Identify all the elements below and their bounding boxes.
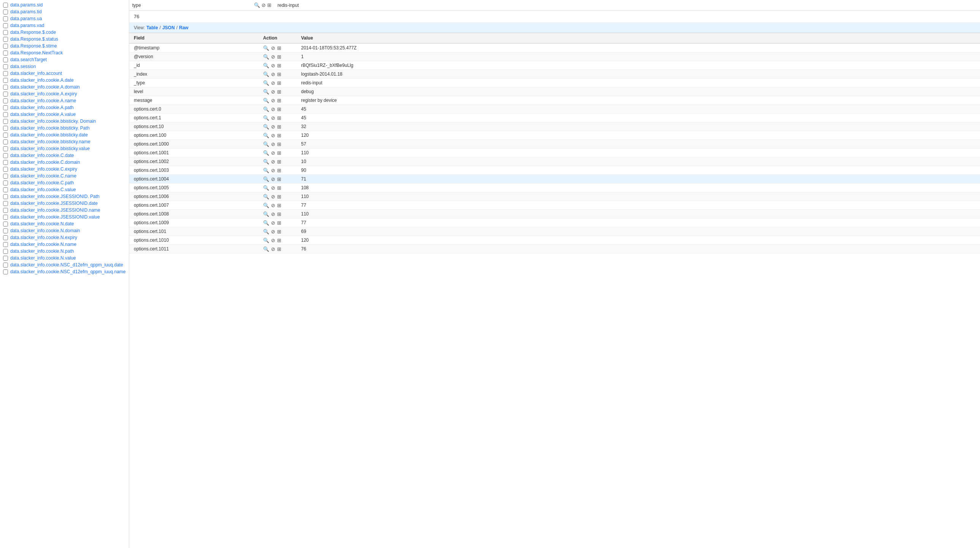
row-block-icon[interactable]: ⊘: [271, 98, 275, 103]
sidebar-item[interactable]: data.slacker_info.cookie.NSC_d12efm_qppm…: [0, 262, 129, 268]
sidebar-checkbox[interactable]: [3, 23, 8, 28]
sidebar-checkbox[interactable]: [3, 167, 8, 172]
sidebar-item[interactable]: data.slacker_info.cookie.A.date: [0, 77, 129, 84]
row-search-icon[interactable]: 🔍: [263, 221, 269, 226]
sidebar-checkbox[interactable]: [3, 92, 8, 97]
sidebar-checkbox[interactable]: [3, 256, 8, 261]
row-block-icon[interactable]: ⊘: [271, 72, 275, 77]
row-search-icon[interactable]: 🔍: [263, 159, 269, 164]
sidebar-item[interactable]: data.slacker_info.cookie.JSESSIONID.date: [0, 200, 129, 207]
sidebar-item[interactable]: data.slacker_info.cookie.C.expiry: [0, 166, 129, 173]
sidebar-item[interactable]: data.slacker_info.cookie.A.expiry: [0, 91, 129, 97]
view-raw-link[interactable]: Raw: [179, 25, 189, 30]
sidebar-item[interactable]: data.slacker_info.cookie.bbisticky.date: [0, 132, 129, 138]
row-search-icon[interactable]: 🔍: [263, 81, 269, 86]
sidebar-checkbox[interactable]: [3, 181, 8, 186]
sidebar-item[interactable]: data.Response.NextTrack: [0, 49, 129, 56]
row-block-icon[interactable]: ⊘: [271, 238, 275, 243]
row-grid-icon[interactable]: ⊞: [277, 159, 281, 164]
row-grid-icon[interactable]: ⊞: [277, 212, 281, 217]
row-search-icon[interactable]: 🔍: [263, 142, 269, 147]
sidebar-checkbox[interactable]: [3, 119, 8, 124]
sidebar-item[interactable]: data.params.sid: [0, 2, 129, 8]
sidebar-checkbox[interactable]: [3, 57, 8, 62]
sidebar-checkbox[interactable]: [3, 242, 8, 247]
row-block-icon[interactable]: ⊘: [271, 159, 275, 164]
sidebar-checkbox[interactable]: [3, 153, 8, 158]
sidebar-item[interactable]: data.slacker_info.cookie.N.date: [0, 221, 129, 227]
row-block-icon[interactable]: ⊘: [271, 247, 275, 252]
sidebar-checkbox[interactable]: [3, 201, 8, 206]
row-grid-icon[interactable]: ⊞: [277, 229, 281, 234]
row-search-icon[interactable]: 🔍: [263, 247, 269, 252]
row-block-icon[interactable]: ⊘: [271, 221, 275, 226]
row-block-icon[interactable]: ⊘: [271, 151, 275, 156]
row-search-icon[interactable]: 🔍: [263, 168, 269, 173]
row-search-icon[interactable]: 🔍: [263, 54, 269, 59]
sidebar-checkbox[interactable]: [3, 51, 8, 56]
sidebar-item[interactable]: data.slacker_info.account: [0, 70, 129, 77]
sidebar-item[interactable]: data.slacker_info.cookie.C.path: [0, 179, 129, 186]
sidebar-item[interactable]: data.slacker_info.cookie.A.value: [0, 111, 129, 118]
row-grid-icon[interactable]: ⊞: [277, 247, 281, 252]
row-search-icon[interactable]: 🔍: [263, 151, 269, 156]
row-block-icon[interactable]: ⊘: [271, 63, 275, 68]
sidebar-item[interactable]: data.slacker_info.cookie.C.value: [0, 186, 129, 193]
sidebar-item[interactable]: data.slacker_info.cookie.bbisticky. Path: [0, 125, 129, 132]
row-block-icon[interactable]: ⊘: [271, 54, 275, 59]
sidebar-item[interactable]: data.slacker_info.cookie.JSESSIONID.valu…: [0, 214, 129, 221]
sidebar-checkbox[interactable]: [3, 98, 8, 103]
sidebar-checkbox[interactable]: [3, 215, 8, 220]
sidebar-item[interactable]: data.params.ua: [0, 15, 129, 22]
row-grid-icon[interactable]: ⊞: [277, 81, 281, 86]
row-search-icon[interactable]: 🔍: [263, 212, 269, 217]
row-grid-icon[interactable]: ⊞: [277, 238, 281, 243]
sidebar-checkbox[interactable]: [3, 235, 8, 240]
row-grid-icon[interactable]: ⊞: [277, 168, 281, 173]
sidebar-checkbox[interactable]: [3, 187, 8, 192]
sidebar-checkbox[interactable]: [3, 146, 8, 151]
sidebar-item[interactable]: data.slacker_info.cookie.bbisticky.value: [0, 145, 129, 152]
sidebar-checkbox[interactable]: [3, 85, 8, 90]
sidebar-item[interactable]: data.slacker_info.cookie.A.path: [0, 104, 129, 111]
row-grid-icon[interactable]: ⊞: [277, 194, 281, 199]
row-block-icon[interactable]: ⊘: [271, 46, 275, 51]
sidebar-item[interactable]: data.Response.$.code: [0, 29, 129, 36]
row-search-icon[interactable]: 🔍: [263, 186, 269, 191]
row-grid-icon[interactable]: ⊞: [277, 142, 281, 147]
row-grid-icon[interactable]: ⊞: [277, 63, 281, 68]
row-grid-icon[interactable]: ⊞: [277, 124, 281, 129]
row-search-icon[interactable]: 🔍: [263, 177, 269, 182]
row-block-icon[interactable]: ⊘: [271, 81, 275, 86]
sidebar-item[interactable]: data.params.vad: [0, 22, 129, 29]
sidebar-checkbox[interactable]: [3, 10, 8, 14]
row-search-icon[interactable]: 🔍: [263, 116, 269, 121]
sidebar-item[interactable]: data.slacker_info.cookie.C.domain: [0, 159, 129, 166]
sidebar-checkbox[interactable]: [3, 78, 8, 83]
sidebar-item[interactable]: data.slacker_info.cookie.N.path: [0, 248, 129, 255]
row-search-icon[interactable]: 🔍: [263, 107, 269, 112]
sidebar-checkbox[interactable]: [3, 174, 8, 179]
row-search-icon[interactable]: 🔍: [263, 72, 269, 77]
sidebar-item[interactable]: data.slacker_info.cookie.bbisticky.name: [0, 138, 129, 145]
row-block-icon[interactable]: ⊘: [271, 229, 275, 234]
sidebar-checkbox[interactable]: [3, 64, 8, 69]
row-search-icon[interactable]: 🔍: [263, 89, 269, 94]
sidebar-checkbox[interactable]: [3, 44, 8, 49]
sidebar-item[interactable]: data.searchTarget: [0, 56, 129, 63]
sidebar-item[interactable]: data.slacker_info.cookie.A.domain: [0, 84, 129, 91]
row-search-icon[interactable]: 🔍: [263, 133, 269, 138]
row-grid-icon[interactable]: ⊞: [277, 133, 281, 138]
row-grid-icon[interactable]: ⊞: [277, 89, 281, 94]
row-block-icon[interactable]: ⊘: [271, 89, 275, 94]
row-grid-icon[interactable]: ⊞: [277, 98, 281, 103]
sidebar-item[interactable]: data.slacker_info.cookie.N.name: [0, 241, 129, 248]
row-search-icon[interactable]: 🔍: [263, 194, 269, 199]
sidebar-checkbox[interactable]: [3, 37, 8, 42]
row-grid-icon[interactable]: ⊞: [277, 116, 281, 121]
row-grid-icon[interactable]: ⊞: [277, 54, 281, 59]
grid-icon[interactable]: ⊞: [267, 3, 271, 8]
sidebar-checkbox[interactable]: [3, 16, 8, 21]
row-block-icon[interactable]: ⊘: [271, 212, 275, 217]
sidebar-checkbox[interactable]: [3, 222, 8, 227]
